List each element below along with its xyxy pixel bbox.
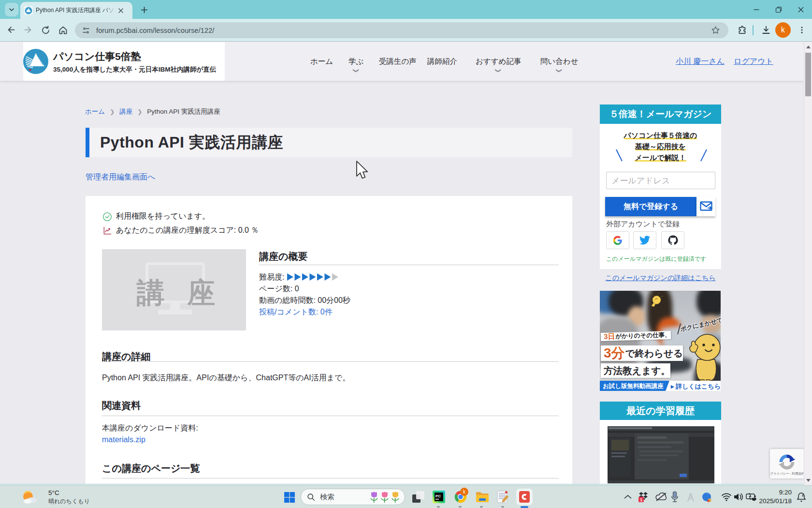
svg-text:1: 1: [640, 497, 642, 502]
svg-text:PC: PC: [435, 494, 441, 498]
svg-text:z: z: [802, 493, 804, 497]
